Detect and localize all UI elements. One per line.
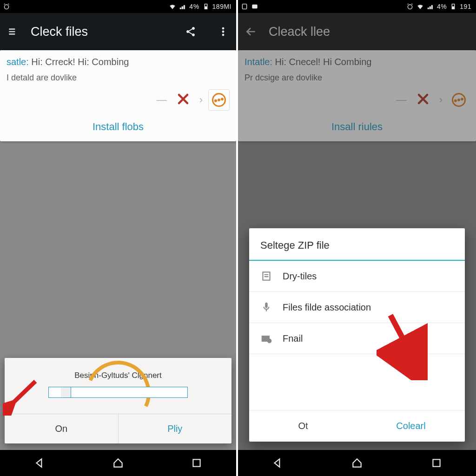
svg-rect-9 <box>193 459 200 466</box>
svg-point-8 <box>222 34 224 36</box>
battery-percent: 4% <box>189 3 199 10</box>
info-card: Intatle: Hi: Cnecel! Hi Combing Pr dcsig… <box>238 50 476 141</box>
battery-icon <box>450 3 457 10</box>
android-nav-bar <box>0 450 236 476</box>
appbar-title: Cleck files <box>31 25 88 39</box>
card-title-line: Intatle: Hi: Cnecel! Hi Combing <box>238 50 476 68</box>
dash-icon: — <box>397 94 407 106</box>
nav-recents-icon[interactable] <box>430 456 443 470</box>
share-icon[interactable] <box>184 25 197 38</box>
card-title-key: satle: <box>7 57 29 67</box>
dialog-clear-button[interactable]: Colearl <box>357 410 465 442</box>
android-nav-bar <box>238 450 476 476</box>
appbar-title: Cleack llee <box>269 25 330 39</box>
select-zip-dialog: Seltege ZIP file Dry-tiles Files filde a… <box>249 228 465 442</box>
alarm-icon <box>3 3 10 10</box>
nav-home-icon[interactable] <box>350 456 364 470</box>
notes-icon <box>260 270 272 282</box>
status-time: 189MI <box>212 3 231 10</box>
list-item-label: Files filde association <box>283 302 371 313</box>
svg-point-18 <box>267 339 271 343</box>
wifi-icon <box>169 3 176 10</box>
dialog-ot-button[interactable]: Ot <box>249 410 357 442</box>
card-title-key: Intatle: <box>245 57 272 67</box>
status-bar: 4% 189MI <box>0 0 236 13</box>
close-x-icon[interactable] <box>172 89 194 111</box>
svg-rect-11 <box>252 5 258 8</box>
list-item[interactable]: Files filde association <box>249 292 465 323</box>
install-link[interactable]: Insall riules <box>238 112 476 137</box>
badge-icon <box>251 3 258 10</box>
dialog-title: Seltege ZIP file <box>249 228 465 261</box>
battery-percent: 4% <box>437 3 447 10</box>
dash-icon: — <box>157 94 167 106</box>
progress-bar[interactable] <box>48 387 188 398</box>
svg-rect-14 <box>452 7 454 9</box>
list-item-label: Fnail <box>283 333 303 344</box>
card-title-rest: Hi: Cnecel! Hi Combing <box>272 57 371 67</box>
target-chip[interactable] <box>208 89 230 111</box>
chevron-right-icon: › <box>199 94 203 106</box>
nav-back-icon[interactable] <box>33 456 46 470</box>
app-bar: Cleack llee <box>238 13 476 50</box>
install-link[interactable]: Install flobs <box>0 112 236 137</box>
signal-icon <box>427 3 434 10</box>
left-screenshot: 4% 189MI Cleck files satle: Hi: Crreck! … <box>0 0 238 476</box>
card-title-line: satle: Hi: Crreck! Hi: Combing <box>0 50 236 68</box>
status-bar: 4% 191 <box>238 0 476 13</box>
overflow-icon[interactable] <box>217 25 230 38</box>
card-title-rest: Hi: Crreck! Hi: Combing <box>29 57 129 67</box>
hamburger-back-icon[interactable] <box>7 25 20 38</box>
annotation-arrow-icon <box>377 311 428 382</box>
svg-rect-19 <box>433 459 440 466</box>
chevron-right-icon: › <box>439 94 443 106</box>
svg-point-12 <box>408 5 412 9</box>
card-icon <box>241 3 248 10</box>
mic-icon <box>260 301 272 313</box>
folder-icon <box>260 332 272 344</box>
close-x-icon[interactable] <box>412 89 434 111</box>
card-subtitle: I detald are dovlike <box>0 68 236 86</box>
list-item-label: Dry-tiles <box>283 271 317 282</box>
back-arrow-icon[interactable] <box>245 25 258 38</box>
svg-rect-16 <box>265 303 267 308</box>
info-card: satle: Hi: Crreck! Hi: Combing I detald … <box>0 50 236 141</box>
svg-point-7 <box>222 31 224 33</box>
nav-recents-icon[interactable] <box>190 456 204 470</box>
list-item[interactable]: Dry-tiles <box>249 261 465 292</box>
target-icon[interactable] <box>448 89 469 111</box>
svg-point-6 <box>222 27 224 29</box>
nav-home-icon[interactable] <box>111 456 125 470</box>
list-item[interactable]: Fnail <box>249 323 465 354</box>
alarm-icon <box>406 3 414 10</box>
svg-rect-2 <box>205 7 207 9</box>
nav-back-icon[interactable] <box>271 456 284 470</box>
app-bar: Cleck files <box>0 13 236 50</box>
right-screenshot: 4% 191 Cleack llee Intatle: Hi: Cnecel! … <box>238 0 476 476</box>
svg-point-0 <box>4 5 8 9</box>
signal-icon <box>179 3 186 10</box>
svg-rect-10 <box>242 4 246 9</box>
battery-icon <box>202 3 210 10</box>
wifi-icon <box>416 3 424 10</box>
status-time: 191 <box>460 3 471 10</box>
card-subtitle: Pr dcsige are dovlike <box>238 68 476 86</box>
